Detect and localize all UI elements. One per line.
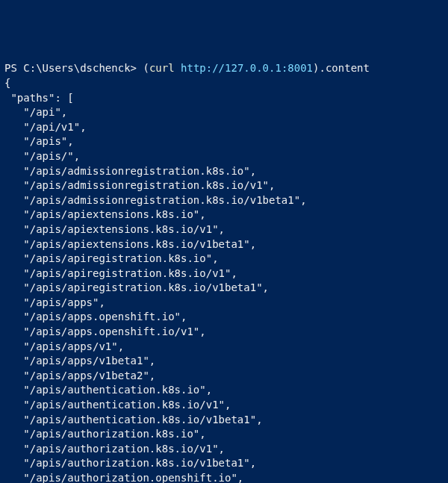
prompt-line: PS C:\Users\dschenck> (curl http://127.0… <box>4 62 370 74</box>
json-path-item: "/apis/apps", <box>4 296 105 308</box>
json-path-item: "/apis/apiextensions.k8s.io", <box>4 208 206 220</box>
json-path-item: "/apis/authentication.k8s.io/v1beta1", <box>4 414 263 426</box>
json-path-item: "/apis/", <box>4 150 80 162</box>
prompt-arrow: > <box>131 62 143 74</box>
json-path-item: "/apis/authorization.openshift.io", <box>4 472 243 483</box>
terminal-window[interactable]: PS C:\Users\dschenck> (curl http://127.0… <box>4 61 444 483</box>
json-path-item: "/apis/apps/v1beta1", <box>4 355 155 367</box>
json-path-item: "/apis/authentication.k8s.io", <box>4 384 212 396</box>
json-path-item: "/apis/apps.openshift.io", <box>4 311 187 322</box>
json-path-item: "/apis/admissionregistration.k8s.io", <box>4 165 256 177</box>
json-path-item: "/apis/apps/v1beta2", <box>4 370 155 381</box>
json-path-item: "/apis/apiextensions.k8s.io/v1", <box>4 223 225 235</box>
cmdlet-name: curl <box>149 62 175 74</box>
json-path-item: "/apis/authorization.k8s.io", <box>4 428 206 440</box>
space <box>175 62 181 74</box>
json-paths-list: "/api", "/api/v1", "/apis", "/apis/", "/… <box>4 105 444 483</box>
json-path-item: "/apis/authorization.k8s.io/v1", <box>4 443 225 455</box>
json-open-brace: { <box>4 77 10 89</box>
json-path-item: "/apis/authentication.k8s.io/v1", <box>4 399 231 411</box>
json-path-item: "/apis/admissionregistration.k8s.io/v1", <box>4 179 275 191</box>
json-path-item: "/apis/apiextensions.k8s.io/v1beta1", <box>4 238 256 250</box>
json-path-item: "/apis/apiregistration.k8s.io/v1beta1", <box>4 281 269 293</box>
json-path-item: "/apis/apps/v1", <box>4 340 124 352</box>
cwd: C:\Users\dschenck <box>23 62 130 74</box>
paren-close: ) <box>313 62 319 74</box>
ps-prefix: PS <box>4 62 23 74</box>
property-access: .content <box>320 62 370 74</box>
paren-open: ( <box>143 62 149 74</box>
json-path-item: "/apis/authorization.k8s.io/v1beta1", <box>4 457 256 469</box>
json-path-item: "/apis/admissionregistration.k8s.io/v1be… <box>4 194 307 206</box>
json-path-item: "/apis/apiregistration.k8s.io", <box>4 252 219 264</box>
json-path-item: "/api", <box>4 106 67 118</box>
url-argument: http://127.0.0.1:8001 <box>181 62 313 74</box>
json-path-item: "/apis/apiregistration.k8s.io/v1", <box>4 267 237 279</box>
json-path-item: "/apis/apps.openshift.io/v1", <box>4 325 206 337</box>
json-path-item: "/apis", <box>4 135 74 147</box>
json-path-item: "/api/v1", <box>4 121 87 133</box>
json-paths-key: "paths": [ <box>4 92 74 104</box>
